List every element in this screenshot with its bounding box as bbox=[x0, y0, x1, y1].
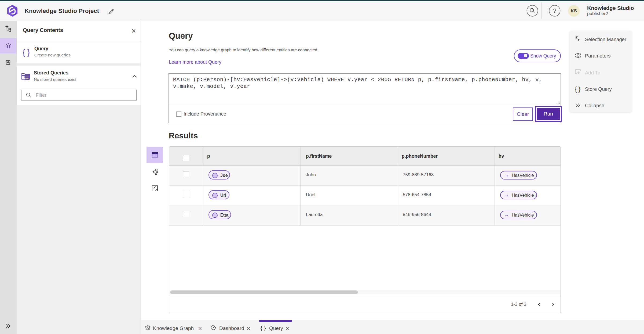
svg-text:?: ? bbox=[553, 7, 556, 14]
